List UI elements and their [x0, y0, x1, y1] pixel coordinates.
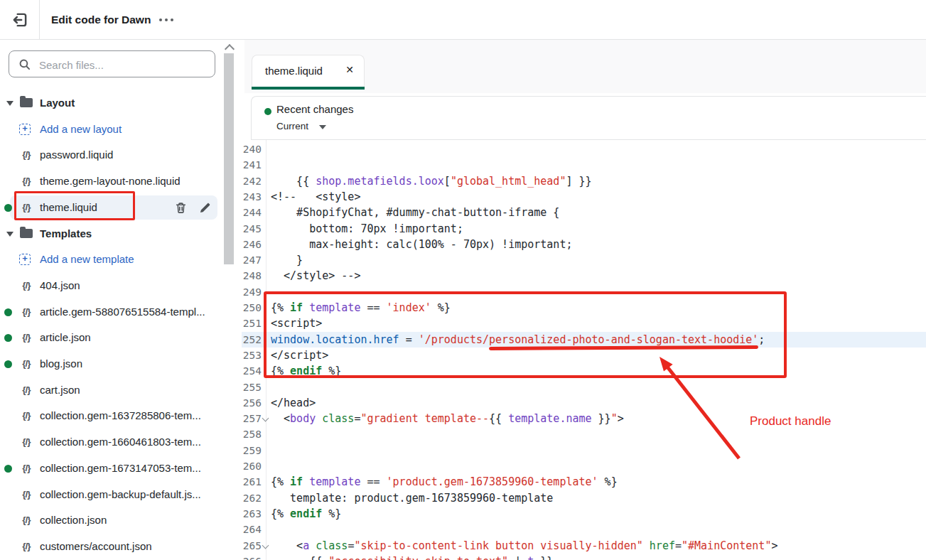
modified-dot [4, 204, 12, 212]
tab-close-icon[interactable]: ✕ [345, 64, 354, 75]
recent-changes-header: Recent changes Current [251, 96, 926, 140]
code-file-icon: {/} [16, 273, 36, 298]
file-tree-item[interactable]: {/}blog.json [0, 351, 217, 377]
code-file-icon: {/} [16, 377, 36, 403]
line-number: 250 [242, 300, 262, 316]
version-dropdown[interactable]: Current [276, 121, 308, 131]
page-title: Edit code for Dawn [51, 0, 151, 39]
code-line[interactable]: 245 bottom: 70px !important; [242, 221, 926, 237]
file-label: 404.json [40, 273, 80, 298]
line-number: 254 [242, 363, 262, 379]
exit-left-icon [11, 11, 29, 29]
fold-icon[interactable] [262, 415, 269, 422]
file-tree-item[interactable]: Layout [0, 90, 217, 116]
code-line[interactable]: 255 [242, 379, 926, 395]
code-line[interactable]: 247 } [242, 252, 926, 268]
code-line[interactable]: 262 template: product.gem-1673859960-tem… [242, 490, 926, 506]
tab-label: theme.liquid [265, 55, 323, 87]
file-tree-item[interactable]: {/}collection.gem-1673147053-tem... [0, 456, 217, 481]
code-line[interactable]: 244 #ShopifyChat, #dummy-chat-button-ifr… [242, 205, 926, 220]
file-label: Templates [40, 221, 92, 247]
code-text: bottom: 70px !important; [271, 221, 463, 237]
line-number: 266 [242, 554, 262, 560]
delete-file-button[interactable] [175, 202, 187, 214]
file-tree-item[interactable]: {/}article.json [0, 325, 217, 350]
overflow-menu-button[interactable] [159, 0, 173, 39]
code-file-icon: {/} [16, 456, 36, 481]
rename-file-button[interactable] [199, 202, 211, 214]
file-tree-item[interactable]: {/}404.json [0, 273, 217, 298]
file-tree-item[interactable]: {/}password.liquid [0, 142, 217, 168]
file-label: theme.gem-layout-none.liquid [40, 168, 181, 194]
modified-dot [4, 360, 12, 368]
code-editor-panel: theme.liquid ✕ Recent changes Current 24… [242, 39, 926, 560]
code-line[interactable]: 266 {{ "accessibility.skip_to_text" | t … [242, 554, 926, 560]
modified-dot [4, 334, 12, 342]
file-tree-item[interactable]: {/}theme.gem-layout-none.liquid [0, 168, 217, 194]
line-number: 252 [242, 332, 262, 348]
line-number: 240 [242, 141, 262, 157]
line-number: 264 [242, 522, 262, 537]
code-line[interactable]: 264 [242, 522, 926, 537]
annotation-label: Product handle [750, 414, 831, 429]
code-line[interactable]: 261{% if template == 'product.gem-167385… [242, 474, 926, 490]
scroll-up-icon[interactable] [225, 44, 235, 54]
file-tree-item[interactable]: {/}collection.gem-1637285806-tem... [0, 403, 217, 429]
file-tree: Layout+Add a new layout{/}password.liqui… [0, 40, 217, 560]
chevron-down-icon[interactable] [319, 125, 326, 129]
file-tree-item[interactable]: {/}cart.json [0, 377, 217, 403]
file-label: article.gem-588076515584-templ... [40, 299, 205, 325]
line-number: 256 [242, 395, 262, 411]
file-label: collection.gem-1660461803-tem... [40, 429, 201, 455]
sidebar-scrollbar[interactable] [222, 40, 236, 560]
code-line[interactable]: 260 [242, 458, 926, 474]
file-tree-item[interactable]: {/}theme.liquid [0, 195, 217, 220]
code-line[interactable]: 263{% endif %} [242, 506, 926, 522]
code-line[interactable]: 241 [242, 157, 926, 173]
back-button[interactable] [0, 0, 40, 39]
file-tree-item[interactable]: {/}article.gem-588076515584-templ... [0, 299, 217, 325]
modified-dot [4, 308, 12, 316]
code-line[interactable]: 258 [242, 426, 926, 442]
folder-caret-icon[interactable] [6, 101, 14, 106]
pencil-icon [200, 203, 210, 212]
code-text: max-height: calc(100% - 70px) !important… [271, 237, 572, 252]
folder-caret-icon[interactable] [6, 232, 14, 237]
line-number: 241 [242, 157, 262, 173]
file-label: customers/account.json [40, 534, 152, 559]
code-text: template: product.gem-1673859960-templat… [271, 490, 553, 506]
code-file-icon: {/} [16, 403, 36, 429]
code-line[interactable]: 246 max-height: calc(100% - 70px) !impor… [242, 237, 926, 252]
code-text: <a class="skip-to-content-link button vi… [271, 538, 777, 554]
line-number: 260 [242, 458, 262, 474]
file-tree-item[interactable]: {/}collection.gem-backup-default.js... [0, 482, 217, 507]
code-text: <!-- <style> [271, 189, 360, 205]
top-bar: Edit code for Dawn [0, 0, 926, 40]
tab-theme-liquid[interactable]: theme.liquid ✕ [252, 55, 365, 87]
annotation-box-sidebar [14, 191, 135, 220]
file-tree-item[interactable]: {/}customers/account.json [0, 534, 217, 559]
line-number: 245 [242, 221, 262, 237]
code-file-icon: {/} [16, 351, 36, 377]
code-line[interactable]: 256</head> [242, 395, 926, 411]
line-number: 249 [242, 284, 262, 300]
code-text: </style> --> [271, 268, 360, 284]
code-editor[interactable]: 240241242 {{ shop.metafields.loox["globa… [242, 140, 926, 560]
file-tree-item[interactable]: {/}collection.json [0, 507, 217, 533]
scrollbar-thumb[interactable] [224, 53, 234, 264]
code-line[interactable]: 242 {{ shop.metafields.loox["global_html… [242, 173, 926, 189]
code-line[interactable]: 243<!-- <style> [242, 189, 926, 205]
code-line[interactable]: 265 <a class="skip-to-content-link butto… [242, 538, 926, 554]
line-number: 262 [242, 490, 262, 506]
file-tree-item[interactable]: +Add a new layout [0, 117, 217, 142]
file-tree-item[interactable]: {/}collection.gem-1660461803-tem... [0, 429, 217, 455]
file-tree-item[interactable]: +Add a new template [0, 247, 217, 272]
code-line[interactable]: 248 </style> --> [242, 268, 926, 284]
line-number: 244 [242, 205, 262, 220]
code-line[interactable]: 259 [242, 443, 926, 458]
code-line[interactable]: 240 [242, 141, 926, 157]
recent-changes-title: Recent changes [276, 103, 353, 115]
file-tree-item[interactable]: Templates [0, 221, 217, 247]
fold-icon[interactable] [262, 542, 269, 549]
line-number: 243 [242, 189, 262, 205]
